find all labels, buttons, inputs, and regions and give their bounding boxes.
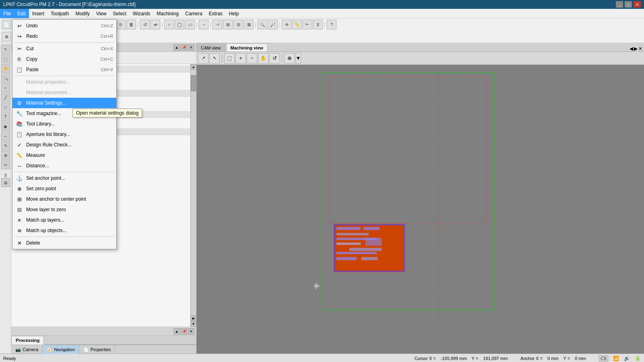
cross-btn[interactable]: ✛ xyxy=(282,20,291,29)
tab-machining-view[interactable]: Machining view xyxy=(226,43,268,51)
proc-close[interactable]: ✕ xyxy=(188,328,194,335)
tab-camera[interactable]: 📷 Camera xyxy=(11,345,43,354)
copy2-btn[interactable]: ⎘ xyxy=(116,20,126,29)
menu-wizards[interactable]: Wizards xyxy=(130,9,153,18)
sb-line[interactable]: ╱ xyxy=(1,93,10,102)
flip-btn[interactable]: ⇌ xyxy=(151,20,160,29)
canvas-pan[interactable]: ✋ xyxy=(258,53,268,64)
canvas-snap-dropdown[interactable]: ▼ xyxy=(295,53,301,64)
minimize-btn[interactable]: _ xyxy=(616,1,623,8)
sb-cursor[interactable]: ↖ xyxy=(1,45,10,53)
canvas-snap-arrow[interactable]: ▼ xyxy=(295,53,301,64)
snap-btn[interactable]: ⊻ xyxy=(313,20,323,29)
processing-tab-item[interactable]: Processing xyxy=(11,336,44,345)
menu-view[interactable]: View xyxy=(93,9,110,18)
cm-undo[interactable]: ↩ Undo Ctrl+Z xyxy=(12,21,116,31)
delete-btn[interactable]: 🗑 xyxy=(126,20,136,29)
menu-camera[interactable]: Camera xyxy=(182,9,206,18)
canvas-snap-btn[interactable]: ⊕ xyxy=(284,53,295,64)
tab-prev-icon[interactable]: ◀ xyxy=(630,46,633,51)
mirror-btn[interactable]: ⊣ xyxy=(213,20,222,29)
sb-rect[interactable]: □ xyxy=(1,103,10,111)
sb-hand[interactable]: ✋ xyxy=(1,64,10,73)
menu-file[interactable]: File xyxy=(0,9,14,18)
tab-cam-view[interactable]: CAM view xyxy=(196,43,225,51)
rotate-btn[interactable]: ↺ xyxy=(140,20,150,29)
sb-measure[interactable]: ↔ xyxy=(1,132,10,140)
cm-mat-placement[interactable]: Material placement... xyxy=(12,87,116,98)
distribute-btn[interactable]: ⊠ xyxy=(244,20,254,29)
zoom-in-btn[interactable]: 🔍 xyxy=(258,20,267,29)
tab-navigation[interactable]: 🧭 Navigation xyxy=(43,345,79,354)
cm-paste[interactable]: 📋 Paste Ctrl+V xyxy=(12,64,116,75)
cm-move-layer-zero[interactable]: ⊟ Move layer to zero xyxy=(12,204,116,215)
canvas-zoom-in[interactable]: + xyxy=(235,53,246,64)
cm-match-layers[interactable]: ≡ Match up layers... xyxy=(12,215,116,225)
scroll-down-arrow[interactable]: ▼ xyxy=(191,321,196,327)
menu-edit[interactable]: Edit xyxy=(14,9,29,18)
cm-aperture[interactable]: 📋 Aperture list library... xyxy=(12,129,116,140)
cm-distance[interactable]: ↔ Distance... xyxy=(12,160,116,171)
menu-modify[interactable]: Modify xyxy=(72,9,93,18)
canvas-arrow-icon[interactable]: ↖ xyxy=(209,53,220,64)
menu-help[interactable]: Help xyxy=(226,9,242,18)
group-btn[interactable]: ⊞ xyxy=(223,20,233,29)
cm-mat-settings[interactable]: ⚙ Material Settings... xyxy=(12,98,116,108)
lp-scrollbar[interactable]: ▲ ▶ ▼ xyxy=(190,64,196,327)
help-btn[interactable]: ? xyxy=(327,20,336,29)
canvas-select-icon[interactable]: ↗ xyxy=(198,53,208,64)
sb-text[interactable]: T xyxy=(1,112,10,121)
cm-set-anchor[interactable]: ⚓ Set anchor point... xyxy=(12,173,116,183)
panel-scroll-up[interactable]: ▲ xyxy=(173,44,180,51)
cm-match-objects[interactable]: ≋ Match up objects... xyxy=(12,225,116,236)
menu-extras[interactable]: Extras xyxy=(206,9,226,18)
new-btn[interactable]: 📄 xyxy=(2,20,11,29)
oval-btn[interactable]: ⬭ xyxy=(185,20,195,29)
sb-snap[interactable]: ⊞ xyxy=(1,178,10,187)
circle2-btn[interactable]: ◯ xyxy=(175,20,184,29)
cm-set-zero[interactable]: ⊕ Set zero point xyxy=(12,183,116,194)
proc-scroll[interactable]: ▲ xyxy=(173,328,180,335)
sb-select[interactable]: ⬚ xyxy=(1,54,10,63)
anchor-btn[interactable]: ⊕ xyxy=(2,32,11,41)
zoom-out-btn[interactable]: 🔎 xyxy=(268,20,278,29)
cm-redo[interactable]: ↪ Redo Ctrl+R xyxy=(12,31,116,41)
cm-cut[interactable]: ✂ Cut Ctrl+X xyxy=(12,43,116,54)
sb-cut[interactable]: ✂ xyxy=(1,160,10,169)
tab-properties[interactable]: 📄 Properties xyxy=(79,345,115,354)
circle-btn[interactable]: ○ xyxy=(164,20,174,29)
scroll-up-arrow[interactable]: ▲ xyxy=(191,64,196,70)
cm-drc[interactable]: ✓ Design Rule Check... xyxy=(12,140,116,150)
cm-delete[interactable]: ✕ Delete xyxy=(12,238,116,248)
sb-edit[interactable]: ✎ xyxy=(1,141,10,150)
close-btn[interactable]: ✕ xyxy=(634,1,641,8)
canvas-rotate[interactable]: ↺ xyxy=(269,53,280,64)
menu-insert[interactable]: Insert xyxy=(29,9,47,18)
tab-close-icon[interactable]: ✕ xyxy=(638,46,642,51)
sb-drill[interactable]: ◉ xyxy=(1,122,10,131)
canvas-zoom-rect[interactable]: ⬚ xyxy=(224,53,235,64)
cm-measure[interactable]: 📏 Measure xyxy=(12,150,116,160)
menu-select[interactable]: Select xyxy=(110,9,130,18)
measure-btn[interactable]: 📏 xyxy=(292,20,302,29)
scroll-thumb[interactable] xyxy=(191,75,196,91)
panel-close[interactable]: ✕ xyxy=(188,44,194,51)
menu-machining[interactable]: Machining xyxy=(153,9,182,18)
proc-pin[interactable]: 📌 xyxy=(181,328,187,335)
canvas-viewport[interactable] xyxy=(196,65,644,354)
sb-circle[interactable]: ○ xyxy=(1,83,10,92)
cm-mat-props[interactable]: Material properties... xyxy=(12,77,116,87)
align-btn[interactable]: ⊟ xyxy=(233,20,243,29)
cm-copy[interactable]: ⎘ Copy Ctrl+C xyxy=(12,54,116,64)
sb-node[interactable]: ⊕ xyxy=(1,151,10,160)
canvas-zoom-out[interactable]: − xyxy=(247,53,257,64)
maximize-btn[interactable]: □ xyxy=(625,1,632,8)
arrow-btn[interactable]: → xyxy=(199,20,208,29)
scroll-right-arrow[interactable]: ▶ xyxy=(191,315,196,321)
menu-toolpath[interactable]: Toolpath xyxy=(47,9,72,18)
sb-zoom[interactable]: 🔍 xyxy=(1,74,10,82)
cm-tool-lib[interactable]: 📚 Tool Library... xyxy=(12,119,116,129)
rule-btn[interactable]: ⊢ xyxy=(303,20,312,29)
cm-move-anchor-center[interactable]: ⊞ Move anchor to center point xyxy=(12,194,116,204)
tab-next-icon[interactable]: ▶ xyxy=(634,46,638,51)
